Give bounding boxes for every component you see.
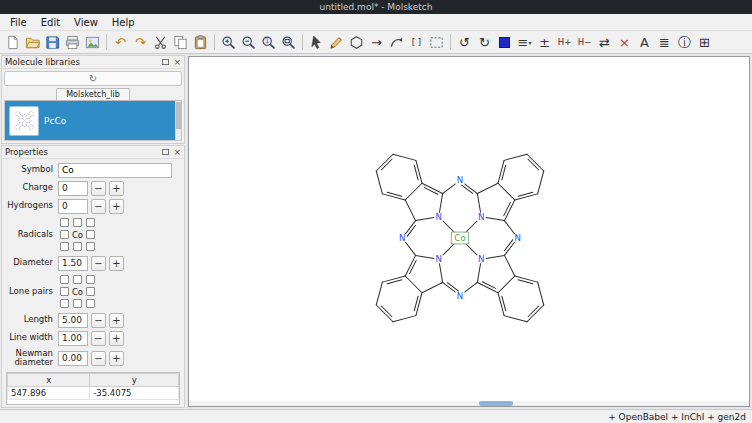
radical-position-checkbox[interactable] <box>86 218 95 227</box>
zoom-out-button[interactable] <box>239 32 258 52</box>
molecule-libraries-panel: Molecule libraries × ↻ Molsketch_lib NNN… <box>1 55 185 144</box>
length-decrease-button[interactable]: − <box>91 313 106 328</box>
rotate-cw-button[interactable]: ↻ <box>475 32 494 52</box>
radical-position-checkbox[interactable] <box>73 242 82 251</box>
newman-diameter-increase-button[interactable]: + <box>109 351 124 366</box>
radical-position-checkbox[interactable] <box>60 218 69 227</box>
title-bar[interactable]: untitled.mol* - Molsketch <box>0 0 752 14</box>
library-refresh-button[interactable]: ↻ <box>4 71 182 86</box>
zoom-fit-button[interactable] <box>279 32 298 52</box>
length-value[interactable]: 5.00 <box>58 313 88 328</box>
zoom-original-button[interactable]: 1 <box>259 32 278 52</box>
lone-pair-position-checkbox[interactable] <box>73 299 82 308</box>
bracket-tool-button[interactable]: [ ] <box>407 32 426 52</box>
lone-pair-position-checkbox[interactable] <box>86 275 95 284</box>
diameter-decrease-button[interactable]: − <box>91 256 106 271</box>
grid-atom-label: Co <box>72 230 83 240</box>
hydrogens-increase-button[interactable]: + <box>109 199 124 214</box>
newman-diameter-decrease-button[interactable]: − <box>91 351 106 366</box>
canvas-horizontal-scrollbar[interactable] <box>189 401 749 406</box>
drawing-canvas[interactable]: NNNNNNNNCo <box>188 56 750 407</box>
paste-button[interactable] <box>191 32 210 52</box>
line-width-label: Line width <box>6 333 58 343</box>
radical-position-checkbox[interactable] <box>60 242 69 251</box>
lone-pair-position-checkbox[interactable] <box>86 287 95 296</box>
hydrogen-remove-button[interactable]: H− <box>575 32 594 52</box>
color-swatch-button[interactable] <box>495 32 514 52</box>
charge-decrease-button[interactable]: − <box>91 181 106 196</box>
mechanism-arrow-tool-button[interactable] <box>387 32 406 52</box>
print-button[interactable] <box>63 32 82 52</box>
lone-pair-position-checkbox[interactable] <box>60 299 69 308</box>
length-increase-button[interactable]: + <box>109 313 124 328</box>
line-width-value[interactable]: 1.00 <box>58 331 88 346</box>
hydrogens-decrease-button[interactable]: − <box>91 199 106 214</box>
pcco-thumbnail-drawing: NNNNNNNNCo <box>11 107 38 134</box>
align-tool-button[interactable]: ≣ <box>655 32 674 52</box>
radical-position-checkbox[interactable] <box>86 242 95 251</box>
coordinate-cell[interactable]: 547.896 <box>8 386 90 399</box>
canvas-area: NNNNNNNNCo <box>186 54 752 409</box>
menu-view[interactable]: View <box>67 16 105 29</box>
delete-tool-button[interactable]: × <box>615 32 634 52</box>
lone-pair-position-checkbox[interactable] <box>60 275 69 284</box>
text-tool-button[interactable]: A <box>635 32 654 52</box>
library-scrollbar[interactable] <box>175 101 181 140</box>
lasso-tool-button[interactable] <box>427 32 446 52</box>
properties-panel-close-icon[interactable]: × <box>173 148 181 157</box>
line-width-decrease-button[interactable]: − <box>91 331 106 346</box>
properties-content: Symbol Charge 0 − + Hydrogens 0 − + <box>2 159 184 407</box>
coordinates-header-y[interactable]: y <box>90 373 179 386</box>
hydrogens-value[interactable]: 0 <box>58 199 88 214</box>
grid-tool-button[interactable]: ⊞ <box>695 32 714 52</box>
draw-tool-button[interactable] <box>327 32 346 52</box>
svg-text:N: N <box>399 233 405 243</box>
charge-tool-button[interactable]: ± <box>535 32 554 52</box>
undo-button[interactable]: ↶ <box>111 32 130 52</box>
library-panel-float-icon[interactable] <box>162 59 169 65</box>
menu-help[interactable]: Help <box>105 16 142 29</box>
hydrogen-add-button[interactable]: H+ <box>555 32 574 52</box>
newman-diameter-value[interactable]: 0.00 <box>58 351 88 366</box>
library-item-pcco[interactable]: NNNNNNNNCo PcCo <box>5 101 175 140</box>
line-width-increase-button[interactable]: + <box>109 331 124 346</box>
new-button[interactable] <box>3 32 22 52</box>
cut-button[interactable] <box>151 32 170 52</box>
charge-value[interactable]: 0 <box>58 181 88 196</box>
flip-horizontal-button[interactable]: ⇄ <box>595 32 614 52</box>
radical-position-checkbox[interactable] <box>86 230 95 239</box>
export-image-button[interactable] <box>83 32 102 52</box>
properties-panel-float-icon[interactable] <box>162 149 169 155</box>
coordinate-cell[interactable]: -35.4075 <box>90 386 179 399</box>
rotate-ccw-button[interactable]: ↺ <box>455 32 474 52</box>
lone-pair-position-checkbox[interactable] <box>60 287 69 296</box>
canvas-scrollbar-handle[interactable] <box>479 401 513 406</box>
library-scrollbar-handle[interactable] <box>176 102 181 129</box>
save-button[interactable] <box>43 32 62 52</box>
redo-button[interactable]: ↷ <box>131 32 150 52</box>
pcco-molecule-drawing[interactable]: NNNNNNNNCo <box>337 115 583 361</box>
diameter-increase-button[interactable]: + <box>109 256 124 271</box>
select-tool-button[interactable] <box>307 32 326 52</box>
info-button[interactable]: ⓘ <box>675 32 694 52</box>
library-panel-close-icon[interactable]: × <box>173 58 181 67</box>
redo-icon: ↷ <box>135 36 146 49</box>
zoom-in-button[interactable] <box>219 32 238 52</box>
menu-file[interactable]: File <box>3 16 34 29</box>
copy-button[interactable] <box>171 32 190 52</box>
coordinates-header-x[interactable]: x <box>8 373 90 386</box>
menu-edit[interactable]: Edit <box>34 16 67 29</box>
radical-position-checkbox[interactable] <box>73 218 82 227</box>
line-width-button[interactable]: ≡▾ <box>515 32 534 52</box>
reaction-arrow-tool-button[interactable]: → <box>367 32 386 52</box>
ring-tool-button[interactable] <box>347 32 366 52</box>
charge-increase-button[interactable]: + <box>109 181 124 196</box>
tab-molsketch-lib[interactable]: Molsketch_lib <box>56 88 130 100</box>
radical-position-checkbox[interactable] <box>60 230 69 239</box>
open-button[interactable] <box>23 32 42 52</box>
lone-pair-position-checkbox[interactable] <box>73 275 82 284</box>
diameter-value[interactable]: 1.50 <box>58 256 88 271</box>
lone-pair-position-checkbox[interactable] <box>86 299 95 308</box>
symbol-input[interactable] <box>58 163 172 178</box>
library-item-label: PcCo <box>44 116 66 126</box>
